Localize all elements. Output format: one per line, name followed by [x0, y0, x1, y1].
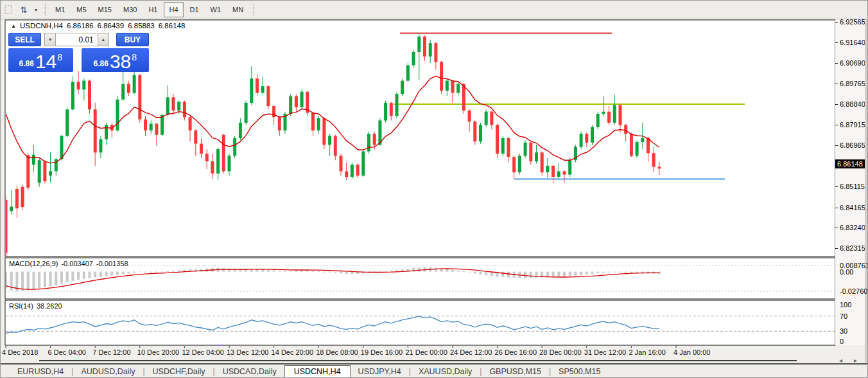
chart-tab-gbpusd-m15[interactable]: GBPUSD,M15	[482, 366, 549, 377]
macd-histogram-bar	[435, 268, 437, 272]
candle	[596, 112, 600, 129]
indicator-axis-label: 100	[840, 301, 851, 309]
candle	[361, 149, 365, 177]
volume-decrease-button[interactable]: ▼	[44, 33, 56, 46]
indicator-axis-label: 30	[840, 327, 847, 335]
macd-histogram-bar	[591, 272, 594, 274]
candle	[395, 92, 399, 118]
terminal-window: ⇅ ▾ M1M5M15M30H1H4D1W1MN ▲ USDCNH,H4 6.8…	[0, 0, 868, 378]
macd-histogram-bar	[474, 272, 476, 274]
price-axis-tick	[835, 208, 838, 208]
volume-input[interactable]: 0.01	[56, 33, 98, 46]
macd-histogram-bar	[300, 270, 303, 271]
chart-tab-usdchf-daily[interactable]: USDCHF,Daily	[145, 366, 213, 377]
one-click-trading-panel: SELL ▼ 0.01 ▲ BUY 6.86 14 8 6.86 38 8	[8, 33, 149, 72]
macd-histogram-bar	[83, 272, 85, 279]
candle	[88, 80, 91, 114]
candle	[473, 120, 476, 145]
price-axis-label: 6.84165	[840, 204, 865, 212]
macd-histogram-bar	[390, 271, 392, 272]
macd-histogram-bar	[345, 272, 348, 274]
one-click-panel-toggle-icon[interactable]: ▲	[11, 23, 16, 29]
macd-histogram-bar	[630, 272, 632, 273]
macd-histogram-bar	[116, 272, 119, 275]
buy-pips: 38	[110, 52, 131, 71]
chart-tab-usdcnh-h4[interactable]: USDCNH,H4	[284, 365, 351, 378]
price-axis-label: 6.88840	[840, 100, 865, 108]
price-axis-label: 6.82315	[840, 244, 865, 252]
candle	[284, 112, 287, 134]
sell-price-display[interactable]: 6.86 14 8	[8, 48, 73, 72]
macd-histogram-bar	[557, 272, 560, 276]
price-axis-tick	[835, 22, 838, 22]
candle	[4, 197, 8, 256]
macd-histogram-bar	[55, 272, 57, 285]
price-axis-label: 6.86965	[840, 141, 865, 149]
macd-histogram-bar	[340, 272, 342, 274]
chart-tab-xauusd-daily[interactable]: XAUUSD,Daily	[411, 366, 480, 377]
macd-histogram-bar	[71, 272, 74, 281]
macd-histogram-bar	[144, 272, 147, 273]
candle	[574, 145, 577, 162]
macd-histogram-bar	[89, 272, 91, 278]
candle	[116, 96, 119, 132]
candle	[26, 154, 30, 190]
macd-histogram-bar	[329, 272, 331, 273]
candle	[43, 160, 46, 183]
macd-histogram-bar	[462, 271, 465, 272]
scrollbar-thumb[interactable]	[39, 360, 797, 361]
macd-histogram-bar	[306, 271, 309, 272]
chart-header: ▲ USDCNH,H4 6.86186 6.86439 6.85883 6.86…	[11, 22, 185, 30]
chart-tab-usdcad-daily[interactable]: USDCAD,Daily	[215, 366, 284, 377]
price-axis[interactable]: 6.925656.916406.906906.897656.888406.879…	[835, 20, 868, 345]
time-axis-label: 4 Dec 2018	[2, 348, 38, 356]
buy-button[interactable]: BUY	[116, 33, 149, 46]
candle	[524, 140, 527, 158]
macd-histogram-bar	[312, 271, 315, 272]
macd-histogram-bar	[602, 272, 605, 273]
macd-histogram-bar	[334, 272, 336, 273]
price-axis-tick	[835, 248, 838, 249]
candle	[440, 61, 443, 94]
chart-tab-audusd-daily[interactable]: AUDUSD,Daily	[73, 366, 143, 377]
sell-button[interactable]: SELL	[8, 33, 41, 46]
price-axis-label: 6.92565	[840, 18, 865, 26]
macd-histogram-bar	[127, 272, 130, 274]
macd-histogram-bar	[317, 271, 320, 272]
candle	[541, 152, 544, 176]
ohlc-low: 6.85883	[128, 22, 155, 30]
macd-histogram-bar	[105, 272, 108, 276]
macd-histogram-bar	[77, 272, 80, 280]
chart-tab-sp500-m15[interactable]: SP500,M15	[551, 366, 608, 377]
macd-histogram-bar	[580, 272, 582, 276]
time-axis-label: 31 Dec 12:00	[584, 348, 626, 356]
price-axis-label: 6.83240	[840, 224, 865, 231]
candle	[485, 109, 488, 127]
buy-big-figure: 6.86	[94, 59, 108, 68]
candle	[384, 100, 387, 122]
macd-histogram-bar	[284, 271, 286, 272]
chart-tab-usdjpy-h4[interactable]: USDJPY,H4	[351, 366, 409, 377]
indicator-axis-label: 70	[840, 312, 847, 320]
candle	[306, 91, 309, 116]
time-axis[interactable]: 4 Dec 20186 Dec 04:007 Dec 12:0010 Dec 2…	[1, 346, 868, 357]
macd-histogram-bar	[507, 272, 510, 278]
candle	[501, 136, 505, 156]
time-axis-label: 21 Dec 00:00	[405, 348, 447, 356]
indicator-axis-label: 0.00	[840, 268, 853, 276]
candle	[367, 132, 370, 154]
volume-increase-button[interactable]: ▲	[98, 33, 109, 46]
candle	[636, 140, 639, 158]
price-axis-label: 6.89765	[840, 80, 865, 87]
macd-histogram-bar	[222, 268, 225, 272]
macd-histogram-bar	[27, 272, 30, 291]
current-price-tag: 6.86148	[835, 159, 868, 168]
time-axis-label: 2 Jan 16:00	[629, 348, 666, 356]
chart-tab-eurusd-h4[interactable]: EURUSD,H4	[10, 366, 71, 377]
sell-big-figure: 6.86	[19, 59, 34, 68]
buy-price-display[interactable]: 6.86 38 8	[82, 48, 149, 72]
macd-value-main: -0.003407	[61, 260, 93, 267]
macd-histogram-bar	[60, 272, 63, 284]
candle	[233, 136, 236, 158]
candle	[580, 132, 583, 149]
